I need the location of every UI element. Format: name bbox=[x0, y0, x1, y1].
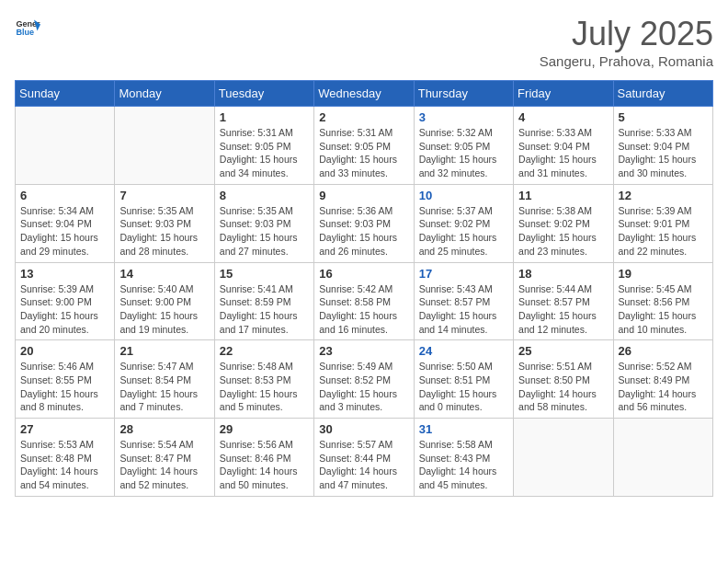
day-info: Sunrise: 5:54 AM Sunset: 8:47 PM Dayligh… bbox=[119, 438, 209, 492]
day-number: 14 bbox=[119, 267, 209, 281]
day-number: 5 bbox=[619, 110, 708, 124]
day-info: Sunrise: 5:57 AM Sunset: 8:44 PM Dayligh… bbox=[319, 438, 408, 492]
calendar-cell: 13Sunrise: 5:39 AM Sunset: 9:00 PM Dayli… bbox=[16, 262, 115, 340]
day-info: Sunrise: 5:44 AM Sunset: 8:57 PM Dayligh… bbox=[518, 282, 608, 337]
day-info: Sunrise: 5:37 AM Sunset: 9:02 PM Dayligh… bbox=[419, 204, 508, 259]
day-info: Sunrise: 5:36 AM Sunset: 9:03 PM Dayligh… bbox=[319, 204, 408, 259]
calendar-cell bbox=[115, 107, 214, 185]
calendar-cell: 19Sunrise: 5:45 AM Sunset: 8:56 PM Dayli… bbox=[613, 262, 712, 340]
day-number: 22 bbox=[220, 344, 309, 358]
day-info: Sunrise: 5:42 AM Sunset: 8:58 PM Dayligh… bbox=[319, 282, 408, 337]
week-row-4: 20Sunrise: 5:46 AM Sunset: 8:55 PM Dayli… bbox=[16, 340, 713, 419]
calendar-cell: 11Sunrise: 5:38 AM Sunset: 9:02 PM Dayli… bbox=[514, 184, 613, 262]
day-info: Sunrise: 5:47 AM Sunset: 8:54 PM Dayligh… bbox=[119, 360, 209, 414]
day-info: Sunrise: 5:56 AM Sunset: 8:46 PM Dayligh… bbox=[220, 438, 309, 492]
calendar-cell: 10Sunrise: 5:37 AM Sunset: 9:02 PM Dayli… bbox=[414, 184, 513, 262]
day-number: 9 bbox=[319, 189, 408, 202]
day-number: 23 bbox=[319, 344, 408, 358]
day-info: Sunrise: 5:39 AM Sunset: 9:00 PM Dayligh… bbox=[20, 282, 109, 337]
month-year: July 2025 bbox=[540, 15, 713, 53]
day-info: Sunrise: 5:38 AM Sunset: 9:02 PM Dayligh… bbox=[518, 204, 608, 259]
day-info: Sunrise: 5:53 AM Sunset: 8:48 PM Dayligh… bbox=[20, 438, 109, 492]
calendar-cell: 31Sunrise: 5:58 AM Sunset: 8:43 PM Dayli… bbox=[414, 419, 513, 497]
day-info: Sunrise: 5:35 AM Sunset: 9:03 PM Dayligh… bbox=[220, 204, 309, 259]
day-number: 28 bbox=[119, 422, 209, 436]
day-number: 10 bbox=[419, 189, 508, 202]
day-info: Sunrise: 5:49 AM Sunset: 8:52 PM Dayligh… bbox=[319, 360, 408, 414]
day-number: 6 bbox=[20, 189, 109, 202]
day-number: 24 bbox=[419, 344, 508, 358]
week-row-2: 6Sunrise: 5:34 AM Sunset: 9:04 PM Daylig… bbox=[16, 184, 713, 262]
calendar-cell: 5Sunrise: 5:33 AM Sunset: 9:04 PM Daylig… bbox=[613, 107, 712, 185]
day-number: 26 bbox=[619, 344, 708, 358]
day-number: 31 bbox=[419, 422, 508, 436]
day-number: 13 bbox=[20, 267, 109, 281]
calendar-cell bbox=[16, 107, 115, 185]
day-info: Sunrise: 5:51 AM Sunset: 8:50 PM Dayligh… bbox=[518, 360, 608, 414]
week-row-5: 27Sunrise: 5:53 AM Sunset: 8:48 PM Dayli… bbox=[16, 419, 713, 497]
day-info: Sunrise: 5:40 AM Sunset: 9:00 PM Dayligh… bbox=[119, 282, 209, 337]
day-number: 3 bbox=[419, 110, 508, 124]
weekday-header-saturday: Saturday bbox=[613, 81, 712, 107]
calendar-cell: 16Sunrise: 5:42 AM Sunset: 8:58 PM Dayli… bbox=[314, 262, 414, 340]
calendar-cell: 14Sunrise: 5:40 AM Sunset: 9:00 PM Dayli… bbox=[115, 262, 214, 340]
day-info: Sunrise: 5:39 AM Sunset: 9:01 PM Dayligh… bbox=[619, 204, 708, 259]
svg-text:Blue: Blue bbox=[16, 28, 34, 37]
calendar-cell: 9Sunrise: 5:36 AM Sunset: 9:03 PM Daylig… bbox=[314, 184, 414, 262]
calendar-cell: 27Sunrise: 5:53 AM Sunset: 8:48 PM Dayli… bbox=[16, 419, 115, 497]
day-info: Sunrise: 5:52 AM Sunset: 8:49 PM Dayligh… bbox=[619, 360, 708, 414]
day-number: 1 bbox=[220, 110, 309, 124]
day-info: Sunrise: 5:46 AM Sunset: 8:55 PM Dayligh… bbox=[20, 360, 109, 414]
day-info: Sunrise: 5:33 AM Sunset: 9:04 PM Dayligh… bbox=[518, 126, 608, 180]
day-info: Sunrise: 5:50 AM Sunset: 8:51 PM Dayligh… bbox=[419, 360, 508, 414]
calendar-cell: 12Sunrise: 5:39 AM Sunset: 9:01 PM Dayli… bbox=[613, 184, 712, 262]
day-number: 20 bbox=[20, 344, 109, 358]
day-number: 12 bbox=[619, 189, 708, 202]
calendar-cell: 15Sunrise: 5:41 AM Sunset: 8:59 PM Dayli… bbox=[214, 262, 313, 340]
day-number: 7 bbox=[119, 189, 209, 202]
calendar-cell: 29Sunrise: 5:56 AM Sunset: 8:46 PM Dayli… bbox=[214, 419, 313, 497]
weekday-header-monday: Monday bbox=[115, 81, 214, 107]
header: General Blue July 2025 Sangeru, Prahova,… bbox=[15, 15, 713, 69]
day-info: Sunrise: 5:31 AM Sunset: 9:05 PM Dayligh… bbox=[220, 126, 309, 180]
calendar-cell: 2Sunrise: 5:31 AM Sunset: 9:05 PM Daylig… bbox=[314, 107, 414, 185]
logo: General Blue bbox=[15, 15, 40, 40]
day-info: Sunrise: 5:35 AM Sunset: 9:03 PM Dayligh… bbox=[119, 204, 209, 259]
day-info: Sunrise: 5:58 AM Sunset: 8:43 PM Dayligh… bbox=[419, 438, 508, 492]
calendar: SundayMondayTuesdayWednesdayThursdayFrid… bbox=[15, 80, 713, 497]
calendar-cell bbox=[613, 419, 712, 497]
location: Sangeru, Prahova, Romania bbox=[540, 53, 713, 69]
weekday-header-row: SundayMondayTuesdayWednesdayThursdayFrid… bbox=[16, 81, 713, 107]
calendar-cell: 28Sunrise: 5:54 AM Sunset: 8:47 PM Dayli… bbox=[115, 419, 214, 497]
title-area: July 2025 Sangeru, Prahova, Romania bbox=[540, 15, 713, 69]
day-number: 27 bbox=[20, 422, 109, 436]
day-info: Sunrise: 5:33 AM Sunset: 9:04 PM Dayligh… bbox=[619, 126, 708, 180]
day-number: 8 bbox=[220, 189, 309, 202]
day-number: 19 bbox=[619, 267, 708, 281]
day-info: Sunrise: 5:48 AM Sunset: 8:53 PM Dayligh… bbox=[220, 360, 309, 414]
day-number: 17 bbox=[419, 267, 508, 281]
day-number: 11 bbox=[518, 189, 608, 202]
day-info: Sunrise: 5:34 AM Sunset: 9:04 PM Dayligh… bbox=[20, 204, 109, 259]
day-number: 2 bbox=[319, 110, 408, 124]
weekday-header-thursday: Thursday bbox=[414, 81, 513, 107]
calendar-cell: 23Sunrise: 5:49 AM Sunset: 8:52 PM Dayli… bbox=[314, 340, 414, 419]
day-info: Sunrise: 5:32 AM Sunset: 9:05 PM Dayligh… bbox=[419, 126, 508, 180]
day-number: 30 bbox=[319, 422, 408, 436]
calendar-cell: 17Sunrise: 5:43 AM Sunset: 8:57 PM Dayli… bbox=[414, 262, 513, 340]
weekday-header-friday: Friday bbox=[514, 81, 613, 107]
calendar-cell: 6Sunrise: 5:34 AM Sunset: 9:04 PM Daylig… bbox=[16, 184, 115, 262]
calendar-cell bbox=[514, 419, 613, 497]
day-info: Sunrise: 5:45 AM Sunset: 8:56 PM Dayligh… bbox=[619, 282, 708, 337]
weekday-header-wednesday: Wednesday bbox=[314, 81, 414, 107]
calendar-cell: 24Sunrise: 5:50 AM Sunset: 8:51 PM Dayli… bbox=[414, 340, 513, 419]
calendar-cell: 8Sunrise: 5:35 AM Sunset: 9:03 PM Daylig… bbox=[214, 184, 313, 262]
weekday-header-tuesday: Tuesday bbox=[214, 81, 313, 107]
day-number: 25 bbox=[518, 344, 608, 358]
day-info: Sunrise: 5:31 AM Sunset: 9:05 PM Dayligh… bbox=[319, 126, 408, 180]
week-row-1: 1Sunrise: 5:31 AM Sunset: 9:05 PM Daylig… bbox=[16, 107, 713, 185]
week-row-3: 13Sunrise: 5:39 AM Sunset: 9:00 PM Dayli… bbox=[16, 262, 713, 340]
day-number: 16 bbox=[319, 267, 408, 281]
calendar-cell: 21Sunrise: 5:47 AM Sunset: 8:54 PM Dayli… bbox=[115, 340, 214, 419]
day-number: 15 bbox=[220, 267, 309, 281]
